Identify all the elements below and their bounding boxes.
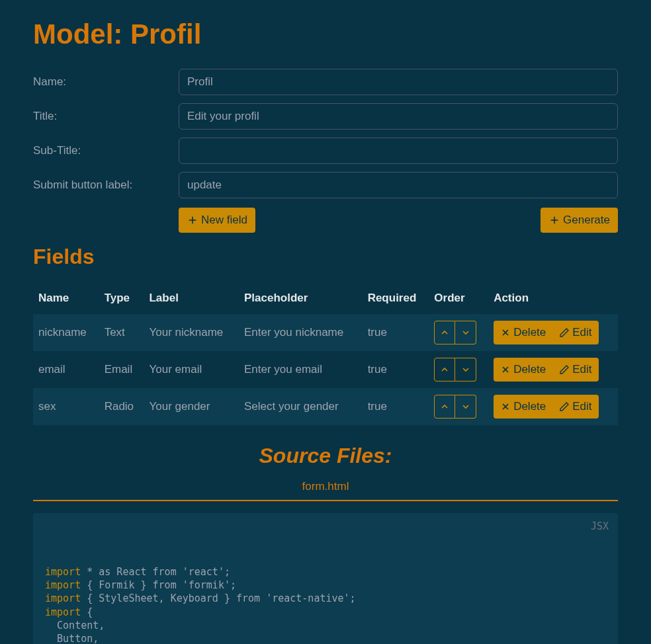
table-row: email Email Your email Enter you email t… <box>33 351 618 388</box>
new-field-button[interactable]: New field <box>179 208 255 233</box>
edit-button-label: Edit <box>572 363 591 376</box>
delete-button[interactable]: Delete <box>494 321 552 344</box>
chevron-down-icon <box>460 364 471 375</box>
plus-icon <box>548 214 560 226</box>
cell-required: true <box>363 314 429 351</box>
th-order: Order <box>429 282 488 314</box>
edit-button-label: Edit <box>572 326 591 339</box>
cell-type: Radio <box>99 388 144 425</box>
cell-placeholder: Select your gender <box>239 388 363 425</box>
cell-label: Your email <box>144 351 239 388</box>
subtitle-label: Sub-Title: <box>33 144 165 157</box>
source-files-title: Source Files: <box>33 444 618 468</box>
submit-button-label-label: Submit button label: <box>33 179 165 192</box>
th-label: Label <box>144 282 239 314</box>
chevron-down-icon <box>460 327 471 338</box>
th-action: Action <box>488 282 618 314</box>
chevron-down-icon <box>460 401 471 412</box>
cell-name: sex <box>33 388 99 425</box>
th-placeholder: Placeholder <box>239 282 363 314</box>
submit-button-label-input[interactable] <box>179 172 618 198</box>
move-up-button[interactable] <box>434 358 455 382</box>
cell-label: Your gender <box>144 388 239 425</box>
move-up-button[interactable] <box>434 395 455 419</box>
chevron-up-icon <box>439 364 450 375</box>
fields-table: Name Type Label Placeholder Required Ord… <box>33 282 618 425</box>
new-field-button-label: New field <box>201 214 247 227</box>
close-icon <box>500 401 511 412</box>
cell-type: Text <box>99 314 144 351</box>
plus-icon <box>187 214 198 226</box>
code-language-badge: JSX <box>591 520 609 533</box>
edit-button[interactable]: Edit <box>552 321 598 344</box>
close-icon <box>500 364 511 375</box>
cell-type: Email <box>99 351 144 388</box>
generate-button-label: Generate <box>563 214 610 227</box>
name-label: Name: <box>33 75 165 89</box>
th-required: Required <box>363 282 429 314</box>
delete-button-label: Delete <box>513 326 546 339</box>
delete-button[interactable]: Delete <box>494 395 552 419</box>
edit-button[interactable]: Edit <box>552 358 598 382</box>
chevron-up-icon <box>439 401 450 412</box>
move-down-button[interactable] <box>455 321 476 344</box>
move-down-button[interactable] <box>455 395 476 419</box>
name-input[interactable] <box>179 69 618 95</box>
page-title: Model: Profil <box>33 19 618 50</box>
fields-section-title: Fields <box>33 245 618 269</box>
source-file-tab[interactable]: form.html <box>33 480 618 501</box>
edit-button[interactable]: Edit <box>552 395 598 419</box>
cell-required: true <box>363 351 429 388</box>
th-name: Name <box>33 282 99 314</box>
delete-button-label: Delete <box>513 363 546 376</box>
cell-required: true <box>363 388 429 425</box>
cell-label: Your nickname <box>144 314 239 351</box>
table-row: sex Radio Your gender Select your gender… <box>33 388 618 425</box>
chevron-up-icon <box>439 327 450 338</box>
pencil-icon <box>559 401 570 412</box>
delete-button-label: Delete <box>513 400 546 413</box>
move-up-button[interactable] <box>434 321 455 344</box>
code-block: JSX import * as React from 'react'; impo… <box>33 513 618 644</box>
move-down-button[interactable] <box>455 358 476 382</box>
cell-placeholder: Enter you email <box>239 351 363 388</box>
subtitle-input[interactable] <box>179 138 618 164</box>
edit-button-label: Edit <box>572 400 591 413</box>
close-icon <box>500 327 511 338</box>
cell-placeholder: Enter you nickname <box>239 314 363 351</box>
generate-button[interactable]: Generate <box>541 208 618 233</box>
title-input[interactable] <box>179 103 618 130</box>
table-row: nickname Text Your nickname Enter you ni… <box>33 314 618 351</box>
title-label: Title: <box>33 110 165 123</box>
cell-name: email <box>33 351 99 388</box>
pencil-icon <box>559 327 570 338</box>
pencil-icon <box>559 364 570 375</box>
delete-button[interactable]: Delete <box>494 358 552 382</box>
cell-name: nickname <box>33 314 99 351</box>
th-type: Type <box>99 282 144 314</box>
